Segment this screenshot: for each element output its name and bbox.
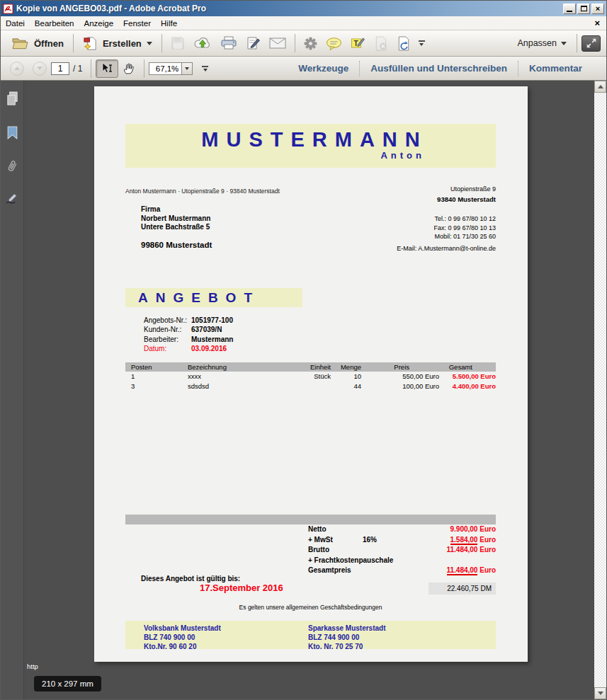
zoom-level-input[interactable] — [149, 62, 181, 75]
bookmarks-icon[interactable] — [7, 126, 18, 139]
customer-number: 637039/N — [191, 326, 222, 333]
page-size-tooltip: 210 x 297 mm — [34, 676, 101, 692]
offer-fields: Angebots-Nr.:1051977-100 Kunden-Nr.:6370… — [144, 316, 233, 354]
letterhead-surname: MUSTERMANN — [125, 129, 496, 150]
comment-button[interactable] — [322, 35, 346, 52]
page-number-input[interactable] — [51, 62, 69, 75]
create-button[interactable]: Erstellen — [78, 33, 157, 54]
offer-field-row: Bearbeiter:Mustermann — [144, 335, 233, 344]
menu-bearbeiten[interactable]: Bearbeiten — [30, 18, 79, 29]
tab-kommentar[interactable]: Kommentar — [518, 63, 593, 74]
upload-cloud-button[interactable] — [189, 34, 216, 52]
comment-bubble-icon — [326, 37, 342, 50]
own-address-block: Utopienstraße 9 93840 Musterstadt — [437, 185, 496, 204]
sign-button[interactable] — [242, 34, 265, 52]
tab-werkzeuge[interactable]: Werkzeuge — [288, 63, 359, 74]
hand-tool-button[interactable] — [118, 60, 140, 77]
offer-number: 1051977-100 — [191, 316, 233, 324]
scroll-down-button[interactable] — [594, 687, 606, 699]
sign-pen-icon — [246, 36, 261, 50]
toolbar-separator — [161, 34, 162, 52]
maximize-button[interactable] — [577, 4, 590, 14]
signatures-icon[interactable] — [5, 193, 20, 205]
envelope-icon — [269, 38, 286, 49]
total-row-brutto: Brutto 11.484,00 Euro — [125, 545, 496, 556]
previous-page-button[interactable] — [6, 59, 28, 78]
offer-title: ANGEBOT — [125, 288, 302, 307]
document-pane[interactable]: MUSTERMANN Anton Anton Mustermann · Utop… — [24, 81, 594, 699]
offer-title-banner: ANGEBOT — [125, 288, 302, 307]
toolbar-separator — [73, 34, 74, 52]
zoom-control — [149, 62, 193, 75]
maximize-icon — [581, 6, 587, 11]
totals-separator-bar — [125, 515, 496, 524]
chevron-down-icon — [561, 42, 567, 45]
sender-line: Anton Mustermann · Utopienstraße 9 · 938… — [125, 188, 280, 195]
recipient-line: Norbert Mustermann — [141, 214, 210, 224]
table-row: 1 xxxx Stück 10 550,00 Euro 5.500,00 Eur… — [125, 372, 496, 381]
page-thumbnails-icon[interactable] — [6, 91, 19, 107]
reading-mode-button[interactable] — [582, 35, 601, 52]
validity-label: Dieses Angebot ist gültig bis: — [141, 575, 240, 583]
select-cursor-icon — [101, 62, 113, 75]
close-document-icon[interactable]: × — [594, 18, 600, 28]
acrobat-window: Kopie von ANGEBO03.pdf - Adobe Acrobat P… — [0, 0, 607, 700]
email-button[interactable] — [265, 35, 290, 51]
scroll-up-button[interactable] — [594, 81, 606, 93]
navigation-toolbar: / 1 Werkzeuge Ausfüllen und Unterschreib… — [1, 57, 606, 81]
toolbar-separator — [577, 34, 577, 52]
open-button[interactable]: Öffnen — [6, 34, 69, 53]
letterhead-forename: Anton — [125, 150, 425, 161]
document-refresh-icon — [397, 36, 411, 51]
scrollbar-track[interactable] — [594, 93, 606, 687]
pdf-page: MUSTERMANN Anton Anton Mustermann · Utop… — [94, 86, 528, 662]
cloud-upload-icon — [193, 36, 212, 50]
menu-bar: Datei Bearbeiten Anzeige Fenster Hilfe × — [1, 16, 606, 30]
highlight-text-button[interactable]: T — [346, 34, 370, 52]
offer-date: 03.09.2016 — [191, 345, 227, 352]
zoom-dropdown-button[interactable] — [181, 62, 193, 75]
minimize-icon — [567, 11, 572, 12]
offer-field-row: Angebots-Nr.:1051977-100 — [144, 316, 233, 325]
minimize-button[interactable] — [563, 4, 576, 14]
menu-fenster[interactable]: Fenster — [118, 18, 156, 29]
bank-details-banner: Volksbank Musterstadt BLZ 740 900 00 Kto… — [125, 621, 496, 649]
save-icon — [171, 36, 185, 50]
zoom-overflow-button[interactable] — [198, 64, 212, 74]
toolbar-separator — [91, 59, 91, 78]
refresh-document-button[interactable] — [392, 34, 415, 53]
contact-email: E-Mail: A.Mustermann@t-online.de — [397, 244, 496, 253]
page-count-label: / 1 — [73, 64, 82, 74]
select-tool-button[interactable] — [96, 59, 118, 78]
print-button[interactable] — [216, 34, 242, 52]
customize-button[interactable]: Anpassen — [511, 35, 572, 51]
attachments-icon[interactable] — [4, 157, 20, 176]
menu-datei[interactable]: Datei — [1, 18, 30, 29]
own-city: 93840 Musterstadt — [437, 195, 496, 205]
letterhead-banner: MUSTERMANN Anton — [125, 124, 496, 168]
save-button[interactable] — [166, 34, 189, 52]
contact-fax: Fax: 0 99 67/80 10 13 — [397, 224, 496, 233]
next-page-button[interactable] — [28, 59, 51, 78]
toolbar-overflow-button[interactable] — [415, 38, 429, 48]
link-hint-text: http — [27, 662, 38, 670]
delete-page-button[interactable] — [370, 34, 392, 53]
task-pane-tabs: Werkzeuge Ausfüllen und Unterschreiben K… — [288, 61, 601, 76]
acrobat-pdf-icon — [3, 4, 13, 14]
close-button[interactable]: × — [591, 4, 604, 14]
toolbar-separator — [144, 59, 144, 78]
menu-hilfe[interactable]: Hilfe — [156, 18, 182, 29]
close-icon: × — [596, 5, 600, 13]
total-row-mwst: + MwSt 16% 1.584,00 Euro — [125, 535, 496, 546]
tab-ausfuellen-unterschreiben[interactable]: Ausfüllen und Unterschreiben — [360, 63, 518, 74]
contact-mobil: Mobil: 01 71/30 25 60 — [397, 232, 496, 241]
settings-button[interactable] — [300, 35, 322, 52]
recipient-line: Untere Bachstraße 5 — [141, 223, 210, 232]
chevron-down-icon — [147, 42, 152, 45]
window-title: Kopie von ANGEBO03.pdf - Adobe Acrobat P… — [16, 4, 206, 13]
main-area: MUSTERMANN Anton Anton Mustermann · Utop… — [1, 81, 606, 699]
menu-anzeige[interactable]: Anzeige — [79, 18, 118, 29]
terms-line: Es gelten unsere allgemeinen Geschäftsbe… — [125, 604, 496, 611]
vertical-scrollbar[interactable] — [594, 81, 606, 699]
recipient-line: Firma — [141, 205, 210, 214]
